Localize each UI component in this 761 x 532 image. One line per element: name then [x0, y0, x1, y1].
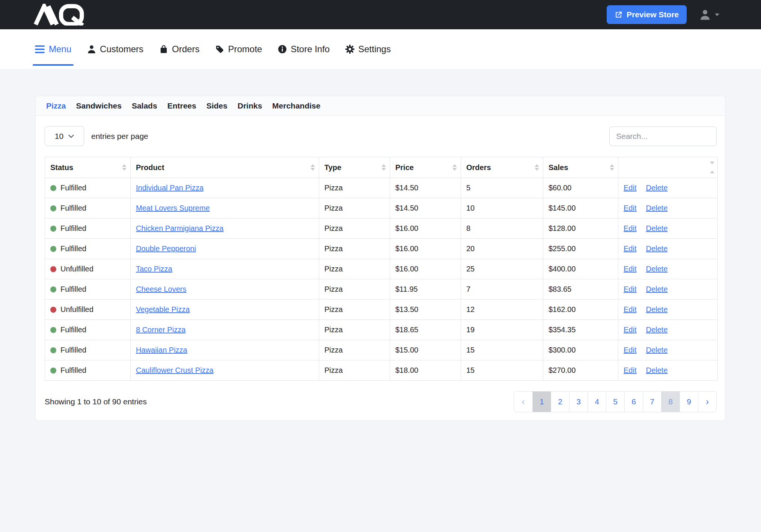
product-link[interactable]: Hawaiian Pizza: [136, 346, 187, 354]
column-header-sales[interactable]: Sales: [543, 157, 618, 178]
pagination-prev[interactable]: ‹: [514, 392, 532, 412]
tab-sides[interactable]: Sides: [206, 101, 228, 110]
delete-link[interactable]: Delete: [646, 204, 668, 212]
tab-sandwiches[interactable]: Sandwiches: [76, 101, 122, 110]
status-dot-icon: [50, 286, 56, 292]
delete-link[interactable]: Delete: [646, 244, 668, 253]
status-label: Fulfilled: [60, 285, 86, 293]
delete-link[interactable]: Delete: [646, 224, 668, 232]
edit-link[interactable]: Edit: [624, 265, 636, 273]
product-link[interactable]: Double Pepperoni: [136, 244, 196, 253]
products-card: Pizza Sandwiches Salads Entrees Sides Dr…: [35, 96, 725, 421]
logo[interactable]: [34, 4, 95, 26]
product-link[interactable]: Chicken Parmigiana Pizza: [136, 224, 223, 232]
delete-link[interactable]: Delete: [646, 265, 668, 273]
edit-link[interactable]: Edit: [624, 305, 636, 313]
status-cell: Fulfilled: [45, 360, 131, 381]
delete-link[interactable]: Delete: [646, 285, 668, 293]
entries-per-page-label: entries per page: [91, 132, 148, 141]
sort-icon[interactable]: [710, 162, 714, 173]
sort-icon[interactable]: [122, 164, 127, 171]
column-header-price[interactable]: Price: [390, 157, 461, 178]
nav-label: Store Info: [291, 44, 330, 54]
product-link[interactable]: Cheese Lovers: [136, 285, 187, 293]
tab-merchandise[interactable]: Merchandise: [272, 101, 320, 110]
sort-icon[interactable]: [310, 164, 315, 171]
nav-item-menu[interactable]: Menu: [35, 44, 71, 54]
nav-item-customers[interactable]: Customers: [87, 44, 143, 54]
search-input[interactable]: [609, 127, 717, 146]
status-cell: Fulfilled: [45, 320, 131, 340]
product-link[interactable]: Vegetable Pizza: [136, 305, 190, 313]
pagination-page[interactable]: 8: [661, 392, 680, 412]
edit-link[interactable]: Edit: [624, 184, 636, 192]
orders-cell: 15: [461, 340, 543, 360]
edit-link[interactable]: Edit: [624, 285, 636, 293]
nav-label: Promote: [228, 44, 262, 54]
tab-drinks[interactable]: Drinks: [238, 101, 262, 110]
edit-link[interactable]: Edit: [624, 346, 636, 354]
person-icon: [87, 45, 96, 54]
product-link[interactable]: Cauliflower Crust Pizza: [136, 366, 214, 374]
column-header-actions[interactable]: [618, 157, 718, 178]
edit-link[interactable]: Edit: [624, 366, 636, 374]
delete-link[interactable]: Delete: [646, 305, 668, 313]
tab-salads[interactable]: Salads: [132, 101, 157, 110]
pagination-page[interactable]: 2: [551, 392, 569, 412]
price-cell: $16.00: [390, 259, 461, 279]
entries-summary: Showing 1 to 10 of 90 entries: [45, 397, 147, 406]
product-link[interactable]: Meat Lovers Supreme: [136, 204, 210, 212]
sort-icon[interactable]: [381, 164, 386, 171]
status-label: Unfulfilled: [60, 305, 93, 313]
status-label: Fulfilled: [60, 366, 86, 374]
sort-icon[interactable]: [535, 164, 539, 171]
nav-item-promote[interactable]: Promote: [215, 44, 262, 54]
nav-label: Customers: [100, 44, 143, 54]
edit-link[interactable]: Edit: [624, 326, 636, 334]
tab-pizza[interactable]: Pizza: [46, 101, 66, 110]
status-cell: Fulfilled: [45, 178, 131, 198]
edit-link[interactable]: Edit: [624, 244, 636, 253]
product-link[interactable]: Taco Pizza: [136, 265, 172, 273]
entries-per-page-select[interactable]: 10: [45, 126, 84, 146]
sort-icon[interactable]: [452, 164, 457, 171]
nav-item-settings[interactable]: Settings: [345, 44, 391, 54]
delete-link[interactable]: Delete: [646, 346, 668, 354]
delete-link[interactable]: Delete: [646, 326, 668, 334]
price-cell: $11.95: [390, 279, 461, 300]
pagination-page[interactable]: 5: [606, 392, 624, 412]
column-header-status[interactable]: Status: [45, 157, 131, 178]
sales-cell: $255.00: [543, 239, 618, 259]
sort-icon[interactable]: [610, 164, 614, 171]
pagination-page[interactable]: 7: [643, 392, 661, 412]
edit-link[interactable]: Edit: [624, 204, 636, 212]
price-cell: $18.00: [390, 360, 461, 381]
column-header-type[interactable]: Type: [319, 157, 390, 178]
delete-link[interactable]: Delete: [646, 184, 668, 192]
column-header-label: Price: [395, 163, 414, 172]
column-header-product[interactable]: Product: [131, 157, 319, 178]
edit-link[interactable]: Edit: [624, 224, 636, 232]
pagination-page[interactable]: 6: [624, 392, 643, 412]
sales-cell: $145.00: [543, 198, 618, 219]
nav-label: Settings: [358, 44, 391, 54]
pagination-page[interactable]: 4: [588, 392, 606, 412]
product-link[interactable]: Individual Pan Pizza: [136, 184, 203, 192]
column-header-orders[interactable]: Orders: [461, 157, 543, 178]
column-header-label: Sales: [549, 163, 568, 172]
table-body: Fulfilled Individual Pan Pizza Pizza $14…: [45, 178, 718, 381]
table-row: Fulfilled Meat Lovers Supreme Pizza $14.…: [45, 198, 718, 219]
column-header-label: Status: [50, 163, 73, 172]
tab-entrees[interactable]: Entrees: [167, 101, 196, 110]
type-cell: Pizza: [319, 300, 390, 320]
preview-store-button[interactable]: Preview Store: [607, 5, 687, 24]
pagination-next[interactable]: ›: [698, 392, 716, 412]
delete-link[interactable]: Delete: [646, 366, 668, 374]
pagination-page[interactable]: 9: [680, 392, 698, 412]
pagination-page[interactable]: 3: [569, 392, 588, 412]
nav-item-orders[interactable]: Orders: [159, 44, 199, 54]
product-link[interactable]: 8 Corner Pizza: [136, 326, 185, 334]
account-menu[interactable]: [699, 9, 719, 20]
nav-item-store-info[interactable]: Store Info: [278, 44, 330, 54]
pagination-page[interactable]: 1: [532, 392, 551, 412]
